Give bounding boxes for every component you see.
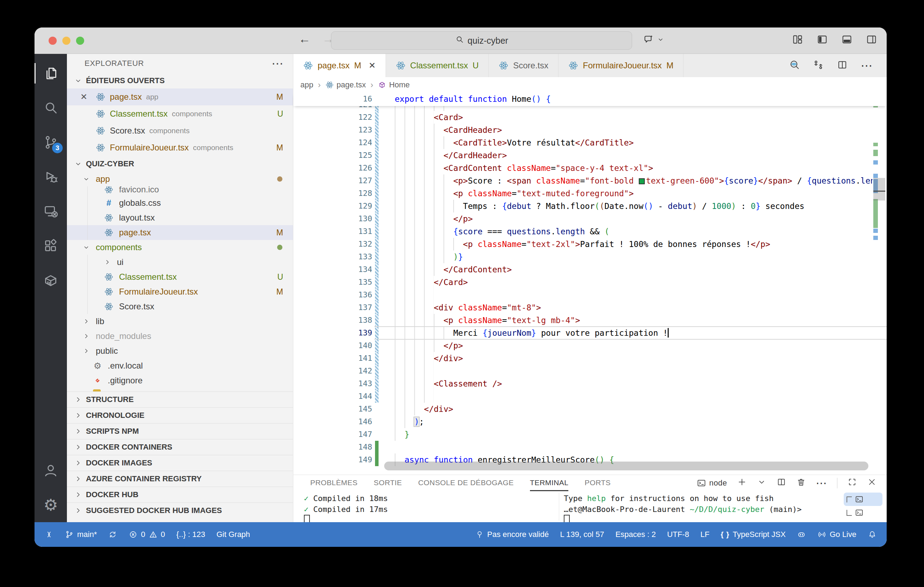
tree-item-components[interactable]: components bbox=[67, 240, 293, 255]
status-sync[interactable] bbox=[108, 530, 117, 539]
section-scripts-npm[interactable]: SCRIPTS NPM bbox=[67, 423, 293, 439]
section-docker-images[interactable]: DOCKER IMAGES bbox=[67, 455, 293, 471]
panel-tab-CONSOLE DE DÉBOGAGE[interactable]: CONSOLE DE DÉBOGAGE bbox=[418, 475, 514, 491]
horizontal-scrollbar[interactable] bbox=[384, 461, 868, 470]
open-editor-item[interactable]: FormulaireJoueur.tsxcomponentsM bbox=[67, 139, 293, 156]
terminal-pane-left[interactable]: ✓ Compiled in 18ms✓ Compiled in 17ms bbox=[304, 493, 388, 522]
chat-button[interactable] bbox=[643, 33, 665, 47]
status-commit-status[interactable]: Pas encore validé bbox=[475, 530, 549, 539]
open-editor-item[interactable]: Classement.tsxcomponentsU bbox=[67, 105, 293, 122]
section-suggested-docker-hub-images[interactable]: SUGGESTED DOCKER HUB IMAGES bbox=[67, 503, 293, 518]
code-line-123[interactable]: 123<CardHeader> bbox=[293, 124, 887, 136]
panel-tab-PORTS[interactable]: PORTS bbox=[584, 475, 610, 491]
status-indentation[interactable]: Espaces : 2 bbox=[615, 530, 656, 539]
code-line-121[interactable]: 121 bbox=[293, 106, 887, 111]
customize-layout-button[interactable] bbox=[792, 33, 804, 47]
code-line-128[interactable]: 128<p className="text-muted-foreground"> bbox=[293, 187, 887, 200]
zoom-window-button[interactable] bbox=[76, 36, 84, 45]
breadcrumb-item-Home[interactable]: Home bbox=[378, 80, 410, 89]
tree-item-clipped[interactable] bbox=[67, 388, 293, 392]
tree-item-layout.tsx[interactable]: layout.tsx bbox=[67, 210, 293, 225]
activity-containers[interactable] bbox=[35, 263, 67, 298]
section-docker-containers[interactable]: DOCKER CONTAINERS bbox=[67, 439, 293, 455]
tree-item-public[interactable]: public bbox=[67, 344, 293, 358]
code-line-135[interactable]: 135</Card> bbox=[293, 276, 887, 289]
tree-item-page.tsx[interactable]: page.tsxM bbox=[67, 225, 293, 240]
kill-terminal-button[interactable] bbox=[796, 477, 806, 489]
preview-button[interactable] bbox=[789, 59, 800, 72]
code-line-145[interactable]: 145</div> bbox=[293, 403, 887, 415]
more-actions-icon[interactable]: ⋯ bbox=[861, 58, 873, 73]
status-todo-counter[interactable]: {..} : 123 bbox=[177, 530, 205, 539]
code-line-140[interactable]: 140</p> bbox=[293, 339, 887, 352]
section-structure[interactable]: STRUCTURE bbox=[67, 392, 293, 407]
maximize-panel-button[interactable] bbox=[847, 477, 857, 489]
toggle-primary-sidebar-button[interactable] bbox=[816, 33, 828, 47]
status-git-graph[interactable]: Git Graph bbox=[216, 530, 250, 539]
activity-remote-explorer[interactable] bbox=[35, 194, 67, 229]
code-line-131[interactable]: 131{score === questions.length && ( bbox=[293, 225, 887, 238]
minimize-window-button[interactable] bbox=[62, 36, 71, 45]
split-button[interactable] bbox=[837, 59, 848, 72]
tree-item-globals.css[interactable]: #globals.css bbox=[67, 195, 293, 210]
panel-tab-SORTIE[interactable]: SORTIE bbox=[374, 475, 402, 491]
code-line-141[interactable]: 141</div> bbox=[293, 352, 887, 365]
close-panel-button[interactable] bbox=[867, 477, 877, 489]
section-project[interactable]: QUIZ-CYBER bbox=[67, 156, 293, 172]
activity-explorer[interactable] bbox=[35, 56, 67, 91]
section-open-editors[interactable]: ÉDITEURS OUVERTS bbox=[67, 73, 293, 88]
code-line-125[interactable]: 125</CardHeader> bbox=[293, 149, 887, 162]
tree-item-clipped[interactable]: favicon.ico bbox=[67, 186, 293, 195]
code-line-136[interactable]: 136 bbox=[293, 289, 887, 301]
tree-item-.env.local[interactable]: ⚙.env.local bbox=[67, 358, 293, 373]
tab-FormulaireJoueur.tsx[interactable]: FormulaireJoueur.tsxM bbox=[558, 54, 683, 77]
section-azure-container-registry[interactable]: AZURE CONTAINER REGISTRY bbox=[67, 471, 293, 486]
code-line-133[interactable]: 133)} bbox=[293, 251, 887, 263]
tree-item-Score.tsx[interactable]: Score.tsx bbox=[67, 299, 293, 314]
tree-item-Classement.tsx[interactable]: Classement.tsxU bbox=[67, 270, 293, 284]
sticky-scroll-line[interactable]: 16export default function Home() { bbox=[293, 93, 887, 106]
status-notifications[interactable] bbox=[868, 530, 877, 539]
close-window-button[interactable] bbox=[49, 36, 57, 45]
status-eol[interactable]: LF bbox=[700, 530, 710, 539]
code-line-142[interactable]: 142 bbox=[293, 365, 887, 377]
toggle-secondary-sidebar-button[interactable] bbox=[866, 33, 878, 47]
code-line-147[interactable]: 147} bbox=[293, 428, 887, 441]
panel-tab-PROBLÈMES[interactable]: PROBLÈMES bbox=[310, 475, 357, 491]
code-editor[interactable]: 121122<Card>123<CardHeader>124<CardTitle… bbox=[293, 106, 887, 475]
code-line-127[interactable]: 127<p>Score : <span className="font-bold… bbox=[293, 174, 887, 187]
code-line-16[interactable]: 16export default function Home() { bbox=[293, 93, 887, 105]
compare-button[interactable] bbox=[813, 59, 824, 72]
panel-tab-TERMINAL[interactable]: TERMINAL bbox=[530, 475, 568, 491]
breadcrumb-item-app[interactable]: app bbox=[300, 80, 314, 89]
code-line-130[interactable]: 130</p> bbox=[293, 212, 887, 225]
code-line-143[interactable]: 143<Classement /> bbox=[293, 377, 887, 390]
code-line-137[interactable]: 137<div className="mt-8"> bbox=[293, 301, 887, 314]
status-go-live[interactable]: Go Live bbox=[817, 530, 856, 539]
tree-item-app[interactable]: app bbox=[67, 172, 293, 186]
terminal-dropdown-button[interactable] bbox=[757, 477, 767, 489]
tree-item-node_modules[interactable]: node_modules bbox=[67, 329, 293, 344]
tree-item-lib[interactable]: lib bbox=[67, 314, 293, 329]
terminal-tab-item[interactable] bbox=[844, 493, 883, 506]
tab-page.tsx[interactable]: page.tsxM✕ bbox=[293, 54, 386, 77]
status-encoding[interactable]: UTF-8 bbox=[667, 530, 689, 539]
status-git-branch[interactable]: main* bbox=[65, 530, 97, 539]
breadcrumb[interactable]: app›page.tsx›Home bbox=[293, 77, 887, 93]
section-docker-hub[interactable]: DOCKER HUB bbox=[67, 486, 293, 503]
code-line-148[interactable]: 148 bbox=[293, 441, 887, 453]
tree-item-FormulaireJoueur.tsx[interactable]: FormulaireJoueur.tsxM bbox=[67, 284, 293, 299]
status-copilot[interactable] bbox=[797, 530, 806, 539]
terminal-tab-item[interactable] bbox=[844, 506, 883, 519]
back-button[interactable]: ← bbox=[297, 32, 312, 46]
breadcrumb-item-page.tsx[interactable]: page.tsx bbox=[325, 80, 366, 89]
close-editor-icon[interactable]: ✕ bbox=[80, 88, 87, 105]
code-line-138[interactable]: 138<p className="text-lg mb-4"> bbox=[293, 314, 887, 327]
activity-search[interactable] bbox=[35, 91, 67, 125]
command-center[interactable]: quiz-cyber bbox=[331, 31, 632, 50]
activity-run-debug[interactable] bbox=[35, 160, 67, 194]
activity-extensions[interactable] bbox=[35, 229, 67, 263]
terminal-content[interactable]: ✓ Compiled in 18ms✓ Compiled in 17ms Typ… bbox=[293, 491, 887, 522]
code-line-134[interactable]: 134</CardContent> bbox=[293, 263, 887, 276]
tab-Score.tsx[interactable]: Score.tsx bbox=[489, 54, 558, 77]
